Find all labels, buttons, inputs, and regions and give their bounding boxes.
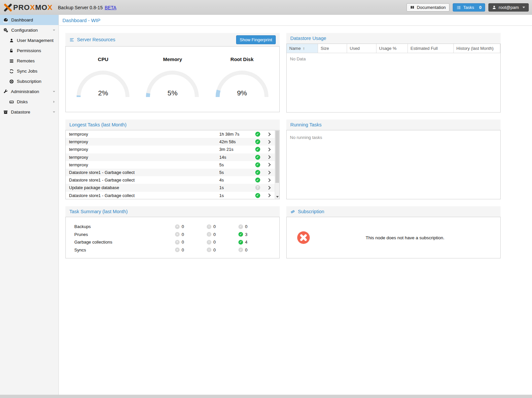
page-title: Dashboard - WIP	[62, 17, 100, 23]
chevron-right-icon[interactable]	[267, 155, 270, 159]
summary-count: 0	[213, 232, 216, 237]
task-duration: 1s	[219, 193, 252, 198]
chevron-right-icon[interactable]	[267, 178, 270, 182]
server-resources-icon	[69, 37, 74, 42]
sidebar-item-remotes[interactable]: Remotes	[0, 56, 58, 66]
sidebar-item-label: Dashboard	[11, 17, 33, 22]
sidebar-item-datastore[interactable]: Datastore	[0, 107, 58, 117]
book-icon	[410, 5, 414, 10]
summary-count: 0	[182, 240, 184, 245]
chevron-right-icon[interactable]	[267, 148, 270, 151]
ok-count-icon: ✓	[238, 232, 243, 237]
task-row[interactable]: termproxy42m 58s✓	[66, 138, 279, 146]
task-name: termproxy	[69, 132, 219, 137]
task-name: termproxy	[69, 147, 219, 152]
summary-label: Syncs	[66, 248, 175, 252]
summary-label: Garbage collections	[66, 240, 175, 245]
caret-down-icon	[52, 90, 56, 93]
running-tasks-empty: No running tasks	[290, 135, 322, 140]
sidebar-item-administration[interactable]: Administration	[0, 86, 58, 97]
summary-count: 0	[213, 224, 216, 229]
sidebar-item-dashboard[interactable]: Dashboard	[0, 15, 58, 25]
sidebar-item-label: User Management	[17, 38, 53, 43]
gauge-root-disk: Root Disk9%	[209, 47, 275, 112]
datastore-usage-table-header: Name↑SizeUsedUsage %Estimated FullHistor…	[287, 44, 500, 53]
summary-count: 0	[182, 224, 184, 229]
subscription-message: This node does not have a subscription.	[310, 235, 500, 240]
scrollbar-thumb[interactable]	[275, 131, 279, 183]
column-header-history-last-month-[interactable]: History (last Month)	[454, 44, 500, 53]
column-header-label: Size	[321, 46, 329, 51]
tasks-button[interactable]: Tasks 0	[453, 3, 485, 12]
task-row[interactable]: Datastore store1 - Garbage collect5s✓	[66, 169, 279, 176]
column-header-used[interactable]: Used	[347, 44, 376, 53]
task-status-ok-icon: ✓	[255, 170, 260, 175]
task-duration: 14s	[219, 155, 252, 160]
task-name: Datastore store1 - Garbage collect	[69, 193, 219, 198]
summary-count: 0	[213, 248, 216, 252]
chevron-right-icon[interactable]	[267, 193, 270, 197]
gauge-label: Root Disk	[209, 56, 275, 62]
chevron-right-icon[interactable]	[267, 140, 270, 144]
summary-row-syncs: Syncs×0!0✓0	[66, 246, 279, 254]
brand-segment: MO	[35, 3, 47, 12]
scrollbar-down-button[interactable]	[275, 194, 279, 199]
longest-tasks-panel: Longest Tasks (last Month) termproxy1h 3…	[65, 119, 280, 199]
sidebar-item-subscription[interactable]: Subscription	[0, 76, 58, 86]
brand-segment: X	[48, 3, 53, 12]
show-fingerprint-button[interactable]: Show Fingerprint	[236, 35, 276, 44]
warning-count-icon: !	[207, 224, 211, 229]
task-status-ok-icon: ✓	[255, 132, 260, 137]
task-row[interactable]: termproxy1h 38m 7s✓	[66, 130, 279, 138]
sidebar-item-configuration[interactable]: Configuration	[0, 25, 58, 35]
error-count-icon: ×	[175, 248, 180, 252]
summary-count: 4	[245, 240, 247, 245]
chevron-right-icon[interactable]	[267, 186, 270, 189]
column-header-name[interactable]: Name↑	[287, 44, 318, 53]
proxmox-backup-dashboard: PROXMOX Backup Server 0.8-15 BETA Docume…	[0, 0, 532, 398]
caret-down-icon	[52, 110, 56, 114]
task-name: Datastore store1 - Garbage collect	[69, 178, 219, 182]
chevron-right-icon[interactable]	[267, 132, 270, 136]
user-menu-button[interactable]: root@pam	[488, 3, 529, 12]
task-row[interactable]: termproxy3m 21s✓	[66, 146, 279, 153]
user-label: root@pam	[499, 5, 519, 10]
user-icon	[492, 5, 496, 10]
documentation-button[interactable]: Documentation	[407, 3, 449, 12]
beta-link[interactable]: BETA	[105, 5, 117, 10]
task-row[interactable]: termproxy5s✓	[66, 161, 279, 169]
column-header-size[interactable]: Size	[318, 44, 347, 53]
bottom-strip	[0, 395, 532, 398]
sidebar-item-disks[interactable]: Disks	[0, 97, 58, 107]
sidebar-item-label: Administration	[11, 89, 39, 94]
chevron-right-icon[interactable]	[267, 171, 270, 174]
wrench-icon	[3, 89, 8, 94]
caret-down-icon	[52, 28, 56, 32]
task-name: termproxy	[69, 162, 219, 167]
sync-icon	[9, 69, 14, 74]
gears-icon	[3, 28, 8, 33]
column-header-estimated-full[interactable]: Estimated Full	[408, 44, 454, 53]
task-row[interactable]: Update package database1s?	[66, 184, 279, 191]
warning-count-icon: !	[207, 240, 211, 245]
sidebar-item-permissions[interactable]: Permissions	[0, 46, 58, 56]
task-status-ok-icon: ✓	[255, 193, 260, 198]
summary-label: Backups	[66, 224, 175, 229]
chevron-right-icon[interactable]	[267, 163, 270, 167]
sidebar-item-sync-jobs[interactable]: Sync Jobs	[0, 66, 58, 76]
column-header-label: Usage %	[379, 46, 397, 51]
main-area: Dashboard - WIP Server Resources Show Fi…	[59, 15, 532, 395]
sidebar-item-user-management[interactable]: User Management	[0, 35, 58, 46]
task-row[interactable]: termproxy14s✓	[66, 153, 279, 161]
task-duration: 1h 38m 7s	[219, 132, 252, 137]
task-row[interactable]: Datastore store1 - Garbage collect4s✓	[66, 176, 279, 184]
ok-count-icon: ✓	[238, 248, 243, 252]
sidebar-item-label: Disks	[17, 99, 28, 104]
scrollbar[interactable]	[275, 130, 279, 199]
longest-tasks-title: Longest Tasks (last Month)	[69, 122, 126, 127]
summary-count: 0	[213, 240, 216, 245]
column-header-usage-[interactable]: Usage %	[376, 44, 408, 53]
task-list-icon	[456, 5, 461, 10]
warning-count-icon: !	[207, 248, 211, 252]
task-row[interactable]: Datastore store1 - Garbage collect1s✓	[66, 192, 279, 199]
